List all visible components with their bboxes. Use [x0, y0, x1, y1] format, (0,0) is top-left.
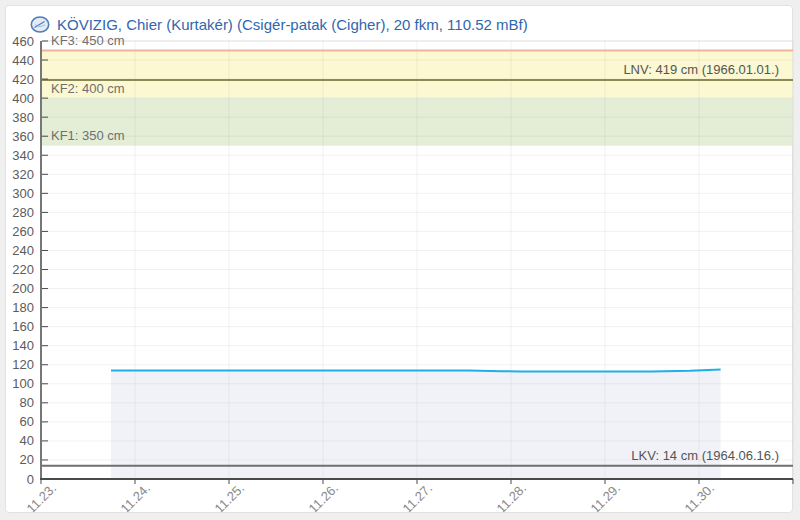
- y-axis-tick-label: 460: [12, 34, 34, 49]
- y-axis-tick-label: 220: [12, 262, 34, 277]
- y-axis-tick-label: 120: [12, 357, 34, 372]
- y-axis-tick-label: 60: [20, 414, 34, 429]
- x-axis-tick-label: 11.25.: [212, 481, 247, 512]
- x-axis-tick-label: 11.29.: [588, 481, 623, 512]
- y-axis-tick-label: 0: [27, 472, 34, 487]
- kf3-label: KF3: 450 cm: [51, 33, 125, 48]
- y-axis-tick-label: 200: [12, 281, 34, 296]
- y-axis-tick-label: 400: [12, 91, 34, 106]
- lnv-label: LNV: 419 cm (1966.01.01.): [623, 62, 779, 77]
- x-axis-tick-label: 11.27.: [400, 481, 435, 512]
- y-axis-tick-label: 360: [12, 129, 34, 144]
- y-axis-tick-label: 140: [12, 338, 34, 353]
- y-axis-tick-label: 300: [12, 186, 34, 201]
- chart-card: KÖVIZIG, Chier (Kurtakér) (Csigér-patak …: [5, 5, 793, 513]
- kf1-label: KF1: 350 cm: [51, 128, 125, 143]
- x-axis-tick-label: 11.30.: [682, 481, 717, 512]
- x-axis-tick-label: 11.28.: [494, 481, 529, 512]
- water-level-area: [111, 370, 721, 480]
- y-axis-tick-label: 440: [12, 53, 34, 68]
- kf2-label: KF2: 400 cm: [51, 81, 125, 96]
- y-axis-tick-label: 260: [12, 224, 34, 239]
- y-axis-tick-label: 160: [12, 319, 34, 334]
- water-level-chart-plot: 0204060801001201401601802002202402602803…: [6, 6, 794, 512]
- water-level-line: [111, 370, 721, 372]
- y-axis-tick-label: 340: [12, 148, 34, 163]
- y-axis-tick-label: 380: [12, 110, 34, 125]
- y-axis-tick-label: 80: [20, 395, 34, 410]
- y-axis-tick-label: 320: [12, 167, 34, 182]
- x-axis-tick-label: 11.26.: [306, 481, 341, 512]
- y-axis-tick-label: 240: [12, 243, 34, 258]
- y-axis-tick-label: 420: [12, 72, 34, 87]
- y-axis-tick-label: 100: [12, 376, 34, 391]
- lkv-label: LKV: 14 cm (1964.06.16.): [631, 448, 779, 463]
- y-axis-tick-label: 180: [12, 300, 34, 315]
- y-axis-tick-label: 20: [20, 452, 34, 467]
- x-axis-tick-label: 11.24.: [118, 481, 153, 512]
- y-axis-tick-label: 40: [20, 433, 34, 448]
- y-axis-tick-label: 280: [12, 205, 34, 220]
